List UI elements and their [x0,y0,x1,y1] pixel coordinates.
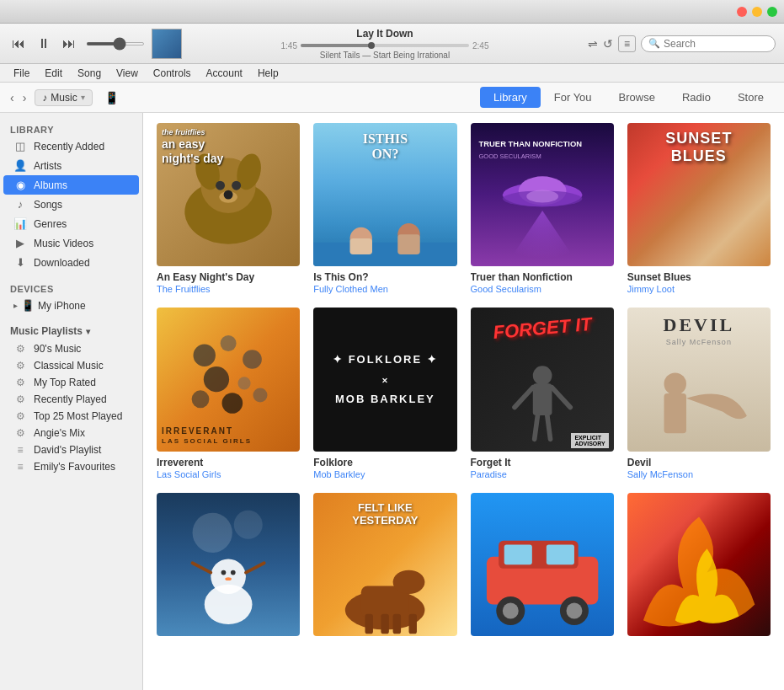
sidebar-playlist-emilys[interactable]: ≡ Emily's Favourites [3,458,139,475]
album-artist-3: Good Secularism [471,284,614,294]
search-icon: 🔍 [648,38,660,49]
svg-line-41 [193,563,211,572]
sidebar-item-songs[interactable]: ♪ Songs [3,195,139,214]
progress-track[interactable] [301,44,469,47]
sidebar-playlist-90s[interactable]: ⚙ 90's Music [3,340,139,357]
chevron-down-icon: ▾ [81,93,85,102]
playback-bar: ⏮ ⏸ ⏭ Lay It Down 1:45 2:45 Silent Tails… [0,24,784,64]
nav-back-arrow[interactable]: ‹ [7,89,18,106]
devil-figure [627,365,771,451]
shuffle-icon[interactable]: ⇌ [588,37,598,51]
explicit-label: EXPLICITADVISORY [571,433,608,448]
sidebar-playlist-recently-played[interactable]: ⚙ Recently Played [3,391,139,408]
playlist-gear-icon-top25: ⚙ [13,410,27,422]
recently-added-icon: ◫ [13,140,27,152]
volume-slider[interactable] [86,42,145,45]
downloaded-icon: ⬇ [13,256,27,269]
playback-right: ⇌ ↺ ≡ 🔍 [588,35,776,52]
repeat-icon[interactable]: ↺ [603,37,613,51]
svg-point-25 [192,391,210,409]
tab-browse[interactable]: Browse [605,87,669,108]
maximize-button[interactable] [767,7,777,17]
tab-radio[interactable]: Radio [669,87,724,108]
playlist-list-icon-emilys: ≡ [13,461,27,473]
album-card-5[interactable]: IRREVERANTLAS SOCIAL GIRLS Irreverent La… [157,308,300,479]
album-artist-6: Mob Barkley [313,469,456,479]
sidebar-item-recently-added[interactable]: ◫ Recently Added [3,136,139,156]
album-card-12[interactable] [627,493,771,642]
album-card-3[interactable]: TRUER THAN NONFICTION GOOD SECULARISM Tr… [471,123,614,294]
svg-text:TRUER THAN NONFICTION: TRUER THAN NONFICTION [478,139,582,148]
sidebar-item-genres[interactable]: 📊 Genres [3,214,139,233]
menu-help[interactable]: Help [251,66,285,81]
sidebar-device-iphone[interactable]: ▸ 📱 My iPhone [3,296,139,315]
nav-forward-arrow[interactable]: › [19,89,30,106]
pause-button[interactable]: ⏸ [34,35,54,53]
horse-illustration [313,536,456,636]
svg-point-5 [232,181,241,190]
album-art-6: ✦ FOLKLORE ✦ ✕ MOB BARKLEY [313,308,456,451]
iphone-icon[interactable]: 📱 [104,91,119,104]
tab-store[interactable]: Store [724,87,777,108]
pool-people-illustration [313,195,456,266]
album-card-1[interactable]: the fruitfliesan easynight's day An Easy… [157,123,300,294]
minimize-button[interactable] [752,7,762,17]
album-card-4[interactable]: SUNSETBLUES Sunset Blues Jimmy Loot [627,123,771,294]
album-card-2[interactable]: ISTHISON? Is This On? Fully Clothed Men [313,123,456,294]
person-silhouette [471,356,614,442]
devices-section-header: Devices [0,279,142,296]
svg-point-39 [231,570,236,575]
album4-title-overlay: SUNSETBLUES [627,130,771,165]
svg-point-40 [225,577,232,580]
menu-file[interactable]: File [7,66,36,81]
svg-rect-49 [381,613,389,634]
sidebar-playlist-top-rated[interactable]: ⚙ My Top Rated [3,374,139,391]
album-art-9 [157,493,300,636]
sidebar-item-downloaded[interactable]: ⬇ Downloaded [3,253,139,272]
album-art-3: TRUER THAN NONFICTION GOOD SECULARISM [471,123,614,266]
menu-account[interactable]: Account [200,66,249,81]
genres-label: Genres [34,218,67,230]
nav-bar: ‹ › ♪ Music ▾ 📱 Library For You Browse R… [0,83,784,113]
album8-title-overlay: DEVIL [627,314,771,336]
sidebar-item-artists[interactable]: 👤 Artists [3,156,139,175]
search-input[interactable] [664,38,773,50]
list-view-button[interactable]: ≡ [618,35,636,52]
sidebar-playlist-classical[interactable]: ⚙ Classical Music [3,357,139,374]
menu-edit[interactable]: Edit [38,66,69,81]
tab-for-you[interactable]: For You [541,87,605,108]
albums-label: Albums [34,179,67,191]
album-art-7: FORGET IT EXPLICITADVISORY [471,308,614,451]
playlist-gear-icon-recently-played: ⚙ [13,393,27,405]
sidebar-playlist-angies-mix[interactable]: ⚙ Angie's Mix [3,425,139,441]
album-card-8[interactable]: DEVIL Sally McFenson Devil Sally McFenso… [627,308,771,479]
album5-label: IRREVERANTLAS SOCIAL GIRLS [162,426,252,445]
sidebar-item-music-videos[interactable]: ▶ Music Videos [3,233,139,253]
sidebar-playlist-top25[interactable]: ⚙ Top 25 Most Played [3,408,139,425]
tab-library[interactable]: Library [480,87,541,108]
progress-bar-container: 1:45 2:45 [189,41,581,51]
back-button[interactable]: ⏮ [8,35,29,53]
album-card-9[interactable] [157,493,300,642]
close-button[interactable] [737,7,747,17]
svg-rect-48 [365,613,373,634]
sidebar-playlist-davids[interactable]: ≡ David's Playlist [3,441,139,458]
svg-text:GOOD SECULARISM: GOOD SECULARISM [478,152,541,160]
nav-source-selector[interactable]: ♪ Music ▾ [35,89,92,106]
forward-button[interactable]: ⏭ [59,35,79,53]
artists-icon: 👤 [13,159,27,172]
svg-rect-55 [546,544,573,564]
menu-view[interactable]: View [109,66,145,81]
sidebar-item-albums[interactable]: ◉ Albums [3,175,139,195]
albums-grid: the fruitfliesan easynight's day An Easy… [157,123,771,642]
album-art-8: DEVIL Sally McFenson [627,308,771,451]
menu-controls[interactable]: Controls [147,66,198,81]
album-card-11[interactable] [471,493,614,642]
svg-point-22 [243,350,262,369]
album-card-6[interactable]: ✦ FOLKLORE ✦ ✕ MOB BARKLEY Folklore Mob … [313,308,456,479]
album-card-10[interactable]: FELT LIKEYESTERDAY [313,493,456,642]
playlists-section-header[interactable]: Music Playlists ▾ [0,322,142,340]
album-card-7[interactable]: FORGET IT EXPLICITADVISORY Forget It [471,308,614,479]
svg-point-34 [664,373,685,395]
menu-song[interactable]: Song [71,66,108,81]
